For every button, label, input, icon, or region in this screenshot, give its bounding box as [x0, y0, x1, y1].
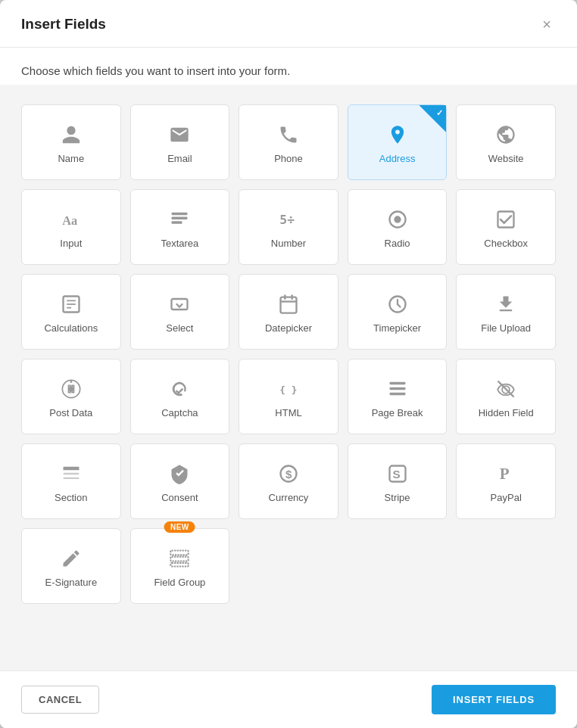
svg-point-18 — [68, 386, 73, 391]
fieldgroup-label: Field Group — [154, 577, 205, 588]
field-item-phone[interactable]: Phone — [239, 104, 338, 180]
field-item-hiddenfield[interactable]: Hidden Field — [456, 359, 556, 434]
svg-text:Aa: Aa — [62, 213, 77, 228]
svg-rect-26 — [63, 472, 79, 474]
textarea-label: Textarea — [161, 238, 198, 249]
consent-label: Consent — [161, 492, 198, 503]
pagebreak-icon — [387, 378, 408, 400]
textarea-icon — [169, 209, 190, 230]
captcha-icon — [169, 378, 190, 400]
svg-rect-27 — [63, 477, 79, 478]
field-item-calculations[interactable]: Calculations — [21, 274, 121, 350]
svg-rect-35 — [171, 562, 189, 566]
stripe-icon: S — [387, 463, 408, 484]
calculations-icon — [61, 294, 82, 315]
checkbox-icon — [495, 209, 516, 230]
field-item-fileupload[interactable]: File Upload — [456, 274, 556, 350]
modal-subtitle: Choose which fields you want to insert i… — [0, 48, 577, 85]
insert-fields-button[interactable]: INSERT FIELDS — [432, 685, 556, 714]
checkbox-label: Checkbox — [484, 238, 528, 249]
field-item-address[interactable]: Address — [348, 104, 448, 180]
field-item-section[interactable]: Section — [21, 443, 121, 519]
hiddenfield-label: Hidden Field — [479, 407, 534, 418]
insert-fields-modal: Insert Fields × Choose which fields you … — [0, 0, 577, 728]
field-item-name[interactable]: Name — [21, 104, 121, 180]
postdata-label: Post Data — [49, 407, 92, 418]
modal-title: Insert Fields — [21, 16, 106, 33]
field-item-consent[interactable]: Consent — [130, 443, 230, 519]
name-label: Name — [58, 153, 84, 164]
svg-text:P: P — [500, 465, 510, 483]
field-item-website[interactable]: Website — [456, 104, 556, 180]
field-item-email[interactable]: Email — [130, 104, 230, 180]
currency-icon: $ — [278, 463, 299, 484]
address-label: Address — [379, 153, 416, 164]
radio-label: Radio — [385, 238, 410, 249]
paypal-icon: P — [495, 463, 516, 484]
svg-text:5÷: 5÷ — [279, 212, 295, 226]
address-selected-check — [419, 105, 446, 132]
esignature-icon — [61, 548, 82, 569]
phone-label: Phone — [274, 153, 303, 164]
field-item-input[interactable]: AaInput — [21, 189, 121, 265]
fileupload-label: File Upload — [481, 322, 531, 334]
email-icon — [169, 124, 190, 145]
modal-header: Insert Fields × — [0, 0, 577, 48]
calculations-label: Calculations — [44, 322, 98, 334]
field-item-checkbox[interactable]: Checkbox — [456, 189, 556, 265]
postdata-icon — [61, 378, 82, 400]
field-item-pagebreak[interactable]: Page Break — [348, 359, 448, 434]
modal-footer: CANCEL INSERT FIELDS — [0, 670, 577, 728]
svg-rect-23 — [389, 392, 405, 395]
field-item-textarea[interactable]: Textarea — [130, 189, 230, 265]
esignature-label: E-Signature — [45, 577, 97, 588]
svg-text:{  }: { } — [279, 384, 297, 395]
field-item-select[interactable]: Select — [130, 274, 230, 350]
fileupload-icon — [495, 294, 516, 315]
field-item-html[interactable]: { }HTML — [239, 359, 338, 434]
html-label: HTML — [275, 407, 301, 418]
field-item-captcha[interactable]: Captcha — [130, 359, 230, 434]
select-label: Select — [166, 322, 193, 334]
svg-text:$: $ — [285, 467, 292, 480]
pagebreak-label: Page Break — [372, 407, 423, 418]
phone-icon — [278, 124, 299, 145]
svg-text:S: S — [392, 467, 400, 480]
field-item-datepicker[interactable]: Datepicker — [239, 274, 338, 350]
radio-icon — [387, 209, 408, 230]
timepicker-icon — [387, 294, 408, 315]
svg-rect-33 — [171, 550, 189, 555]
select-icon — [169, 294, 190, 315]
section-label: Section — [55, 492, 87, 503]
input-icon: Aa — [61, 209, 82, 230]
field-item-fieldgroup[interactable]: NEWField Group — [130, 528, 230, 604]
svg-point-6 — [394, 216, 401, 222]
input-label: Input — [60, 238, 82, 249]
stripe-label: Stripe — [385, 492, 410, 503]
fieldgroup-new-badge: NEW — [164, 521, 195, 533]
svg-rect-3 — [172, 221, 182, 224]
address-icon — [387, 124, 408, 145]
paypal-label: PayPal — [491, 492, 522, 503]
field-item-timepicker[interactable]: Timepicker — [348, 274, 448, 350]
captcha-label: Captcha — [161, 407, 198, 418]
section-icon — [61, 463, 82, 484]
modal-body: NameEmailPhoneAddressWebsiteAaInputTexta… — [0, 85, 577, 670]
field-item-radio[interactable]: Radio — [348, 189, 448, 265]
field-item-paypal[interactable]: PPayPal — [456, 443, 556, 519]
fields-grid: NameEmailPhoneAddressWebsiteAaInputTexta… — [21, 92, 556, 616]
field-item-stripe[interactable]: SStripe — [348, 443, 448, 519]
website-label: Website — [488, 153, 524, 164]
svg-rect-34 — [171, 556, 189, 561]
hiddenfield-icon — [495, 378, 516, 400]
svg-rect-22 — [389, 387, 405, 390]
datepicker-label: Datepicker — [265, 322, 312, 334]
field-item-postdata[interactable]: Post Data — [21, 359, 121, 434]
fieldgroup-icon — [169, 548, 190, 569]
field-item-currency[interactable]: $Currency — [239, 443, 338, 519]
field-item-esignature[interactable]: E-Signature — [21, 528, 121, 604]
cancel-button[interactable]: CANCEL — [21, 686, 99, 714]
field-item-number[interactable]: 5÷Number — [239, 189, 338, 265]
close-button[interactable]: × — [538, 15, 556, 33]
datepicker-icon — [278, 294, 299, 315]
